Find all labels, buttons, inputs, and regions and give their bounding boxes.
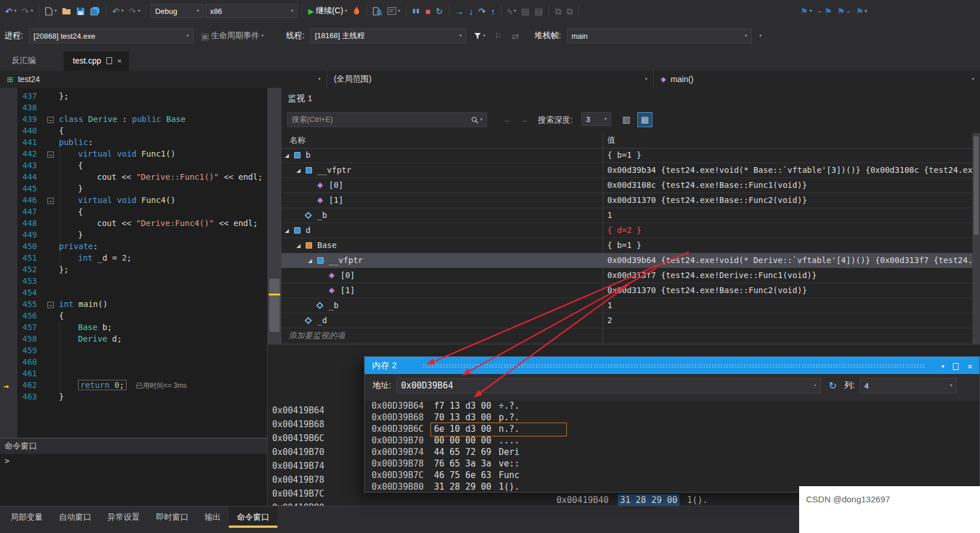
continue-button[interactable]: ▶继续(C)▾ xyxy=(306,5,348,17)
format-display-toggle[interactable]: ▦ xyxy=(637,112,652,127)
tool-window-button-4[interactable]: ⧉ xyxy=(565,6,574,17)
expand-icon[interactable]: ◢ xyxy=(285,228,289,234)
process-dropdown[interactable]: [20868] test24.exe▾ xyxy=(29,28,194,43)
code-line[interactable]: 453 xyxy=(0,276,267,288)
watch-row[interactable]: _b1 xyxy=(281,208,972,223)
code-line[interactable]: 463} xyxy=(0,392,267,404)
toggle-method-view-button[interactable]: ⇄ xyxy=(510,31,521,42)
open-folder-button[interactable] xyxy=(60,6,73,16)
navigate-back-button[interactable]: ↶▾ xyxy=(3,6,18,17)
code-line[interactable]: 450private: xyxy=(0,242,267,253)
bottom-tab-2[interactable]: 自动窗口 xyxy=(51,506,99,528)
step-over-button[interactable]: ↷ xyxy=(477,6,488,17)
scrollbar-thumb[interactable] xyxy=(974,136,979,235)
stop-debugging-button[interactable]: ■ xyxy=(424,6,432,17)
address-input[interactable]: 0x00D39B64▾ xyxy=(396,378,821,393)
columns-dropdown[interactable]: 4▾ xyxy=(860,378,957,393)
expand-icon[interactable]: ◢ xyxy=(296,168,300,173)
thread-dropdown[interactable]: [18168] 主线程▾ xyxy=(310,28,466,43)
watch-row[interactable]: _d2 xyxy=(281,313,972,328)
watch-search-input[interactable]: 搜索(Ctrl+E) ▾ xyxy=(287,112,487,127)
window-position-icon[interactable]: ▾ xyxy=(941,364,944,369)
code-line[interactable]: 441public: xyxy=(0,138,267,149)
tab-disassembly[interactable]: 反汇编 xyxy=(0,51,47,71)
tool-window-button-3[interactable]: ⧉ xyxy=(553,6,563,17)
previous-bookmark-button[interactable]: ←⚑ xyxy=(816,6,833,17)
pin-icon[interactable] xyxy=(106,57,112,64)
find-in-files-button[interactable] xyxy=(371,6,384,17)
code-line[interactable]: →462return 0;已用时间<= 3ms xyxy=(0,380,267,392)
code-line[interactable]: 445} xyxy=(0,184,267,195)
code-line[interactable]: 438 xyxy=(0,103,267,114)
code-line[interactable]: 449} xyxy=(0,230,267,242)
code-line[interactable]: 437}; xyxy=(0,91,267,103)
step-out-button[interactable]: ↑ xyxy=(489,6,498,17)
bottom-tab-4[interactable]: 即时窗口 xyxy=(148,506,196,528)
close-icon[interactable]: × xyxy=(117,57,122,65)
watch-row[interactable]: ◢Base{_b=1 } xyxy=(281,238,972,253)
bottom-tab-6[interactable]: 命令窗口 xyxy=(229,506,277,528)
code-line[interactable]: 455−int main() xyxy=(0,299,267,311)
memory2-title-bar[interactable]: 内存 2 ▾ × xyxy=(365,357,979,374)
code-line[interactable]: 446−virtual void Func4() xyxy=(0,195,267,207)
pin-icon[interactable] xyxy=(953,363,959,370)
member-dropdown[interactable]: ◆main()▾ xyxy=(654,71,980,88)
fold-collapse-icon[interactable]: − xyxy=(47,198,54,204)
code-line[interactable]: 461 xyxy=(0,369,267,380)
break-all-button[interactable]: ▮▮ xyxy=(411,7,422,15)
lifecycle-events-button[interactable]: ▣生命周期事件▾ xyxy=(199,29,265,42)
code-line[interactable]: 458Derive d; xyxy=(0,334,267,346)
watch-row[interactable]: ◢b{_b=1 } xyxy=(281,148,972,163)
code-line[interactable]: 447{ xyxy=(0,207,267,219)
command-window-body[interactable]: > xyxy=(0,454,267,507)
watch-row[interactable]: ◆[1]0x00d31370 {test24.exe!Base::Func2(v… xyxy=(281,283,972,298)
step-into-button[interactable]: ↓ xyxy=(467,6,476,17)
project-dropdown[interactable]: ⊞test24▾ xyxy=(0,71,327,88)
expand-icon[interactable]: ◢ xyxy=(296,243,300,249)
code-line[interactable]: 452}; xyxy=(0,265,267,276)
search-next-button[interactable]: → xyxy=(519,114,528,124)
show-next-statement-button[interactable]: → xyxy=(454,6,466,17)
close-icon[interactable]: × xyxy=(967,361,972,371)
tab-test-cpp[interactable]: test.cpp × xyxy=(64,51,129,71)
stackframe-dropdown[interactable]: main▾ xyxy=(567,28,752,43)
search-depth-dropdown[interactable]: 3▾ xyxy=(581,112,611,126)
watch-row[interactable]: ◆[1]0x00d31370 {test24.exe!Base::Func2(v… xyxy=(281,193,972,208)
hex-display-toggle[interactable]: ▥ xyxy=(619,112,634,127)
search-previous-button[interactable]: ← xyxy=(503,114,512,124)
hot-reload-button[interactable] xyxy=(351,5,362,17)
solution-configuration-dropdown[interactable]: Debug▾ xyxy=(150,4,203,18)
memory2-content[interactable]: 0x00D39B64f7 13 d3 00÷.?.0x00D39B6870 13… xyxy=(365,401,979,492)
next-bookmark-button[interactable]: ⚑→ xyxy=(836,6,852,17)
code-editor[interactable]: 437};438439−class Derive : public Base44… xyxy=(0,88,267,438)
code-line[interactable]: 456{ xyxy=(0,311,267,323)
bottom-tab-3[interactable]: 异常设置 xyxy=(99,506,148,528)
code-line[interactable]: 439−class Derive : public Base xyxy=(0,114,267,126)
undo-button[interactable]: ↶▾ xyxy=(110,6,125,17)
toggle-bookmark-button[interactable]: ⚑▾ xyxy=(799,6,814,17)
scope-dropdown[interactable]: (全局范围)▾ xyxy=(327,71,654,88)
code-line[interactable]: 444cout << "Derive::Func1()" << endl; xyxy=(0,172,267,184)
fold-collapse-icon[interactable]: − xyxy=(47,302,54,308)
code-line[interactable]: 448cout << "Derive:Func4()" << endl; xyxy=(0,219,267,230)
tool-window-button-1[interactable]: ▤ xyxy=(519,6,531,17)
code-line[interactable]: 457Base b; xyxy=(0,323,267,334)
toolbar-overflow-button[interactable]: ▾ xyxy=(758,32,763,39)
code-line[interactable]: 454 xyxy=(0,288,267,299)
restart-button[interactable]: ↻ xyxy=(434,6,445,17)
column-header-value[interactable]: 值 xyxy=(607,135,615,146)
save-all-button[interactable] xyxy=(88,5,102,17)
watch-vertical-scrollbar[interactable] xyxy=(972,133,980,344)
column-header-name[interactable]: 名称 xyxy=(289,135,306,146)
code-line[interactable]: 440{ xyxy=(0,126,267,138)
new-file-button[interactable]: ▾ xyxy=(43,6,58,17)
watch-row[interactable]: 添加要监视的项 xyxy=(281,328,972,343)
code-line[interactable]: 460 xyxy=(0,357,267,369)
code-line[interactable]: 442−virtual void Func1() xyxy=(0,149,267,161)
navigate-forward-button[interactable]: ↷▾ xyxy=(20,6,35,17)
editor-vertical-scrollbar[interactable] xyxy=(267,88,281,344)
watch-row[interactable]: ◢d{_d=2 } xyxy=(281,223,972,238)
fold-collapse-icon[interactable]: − xyxy=(47,151,54,158)
scrollbar-thumb[interactable] xyxy=(269,279,280,332)
clear-bookmarks-button[interactable]: ⚑× xyxy=(854,6,869,17)
